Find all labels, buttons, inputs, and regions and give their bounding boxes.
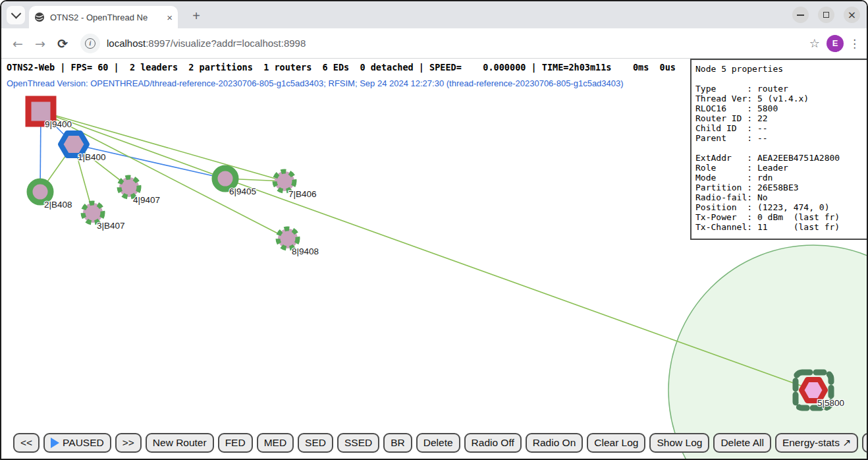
node-label-3: 3|B407 [97, 221, 125, 231]
bottom-toolbar: <<PAUSED>>New RouterFEDMEDSEDSSEDBRDelet… [13, 433, 868, 453]
node-7[interactable] [275, 171, 294, 191]
reload-icon[interactable]: ⟳ [51, 36, 74, 51]
url-host: localhost [107, 38, 146, 49]
toolbar-button-clear-log[interactable]: Clear Log [587, 433, 645, 453]
url-path: :8997/visualize?addr=localhost:8998 [146, 38, 306, 49]
toolbar-button-label: Radio Off [472, 437, 514, 449]
toolbar-button-sed[interactable]: SED [298, 433, 333, 453]
tab-strip: OTNS2 - OpenThread Ne × + × [1, 1, 867, 28]
simulator-canvas: 9|94001|B4002|B4083|B4074|94076|94057|B4… [1, 59, 867, 459]
toolbar-button-label: Clear Log [594, 437, 638, 449]
toolbar-button-[interactable]: << [13, 433, 40, 453]
node-label-6: 6|9405 [229, 187, 256, 196]
toolbar-button-label: Delete [423, 437, 453, 449]
node-3[interactable] [83, 203, 103, 223]
forward-icon[interactable]: → [29, 36, 51, 51]
toolbar-button-label: MED [264, 437, 286, 449]
toolbar-button-med[interactable]: MED [257, 433, 294, 453]
window-controls: × [792, 7, 860, 23]
toolbar-button-show-log[interactable]: Show Log [649, 433, 709, 453]
toolbar-button-label: FED [225, 437, 246, 449]
version-line: OpenThread Version: OPENTHREAD/thread-re… [7, 78, 624, 88]
toolbar-button-label: PAUSED [63, 437, 104, 449]
close-button[interactable]: × [844, 7, 860, 23]
tab-close-icon[interactable]: × [167, 13, 173, 22]
toolbar-button-label: Energy-stats ↗ [782, 437, 851, 449]
globe-favicon-icon [34, 12, 45, 22]
toolbar-button-label: >> [122, 437, 134, 449]
toolbar-button-energy-stats[interactable]: Energy-stats ↗ [775, 433, 858, 453]
toolbar-button-node-stats[interactable]: Node-stats ↗ [862, 433, 868, 453]
new-tab-button[interactable]: + [187, 7, 205, 25]
radio-range-node-5 [668, 245, 868, 460]
info-icon: i [85, 38, 95, 49]
tab-title: OTNS2 - OpenThread Ne [50, 13, 163, 22]
node-properties-panel: Node 5 properties Type : router Thread V… [690, 59, 868, 240]
toolbar-button-radio-on[interactable]: Radio On [526, 433, 583, 453]
status-bar: OTNS2-Web | FPS= 60 | 2 leaders 2 partit… [7, 62, 676, 72]
toolbar-button-label: Delete All [720, 437, 763, 449]
toolbar-button-label: BR [391, 437, 405, 449]
toolbar-button-ssed[interactable]: SSED [337, 433, 379, 453]
toolbar-button-delete-all[interactable]: Delete All [713, 433, 771, 453]
node-label-1: 1|B400 [78, 152, 106, 162]
profile-avatar[interactable]: E [827, 35, 844, 52]
toolbar-button-label: New Router [153, 437, 207, 449]
panel-lines: Type : router Thread Ver: 5 (v1.4.x) RLO… [695, 74, 868, 232]
node-4[interactable] [119, 177, 139, 197]
browser-toolbar: ← → ⟳ i localhost:8997/visualize?addr=lo… [1, 28, 867, 59]
node-label-7: 7|B406 [288, 189, 317, 199]
node-label-2: 2|B408 [44, 200, 72, 210]
node-label-8: 8|9408 [292, 246, 319, 256]
node-label-4: 4|9407 [133, 195, 160, 205]
close-icon: × [848, 10, 856, 20]
maximize-button[interactable] [818, 7, 834, 23]
toolbar-button-br[interactable]: BR [383, 433, 412, 453]
address-bar[interactable]: localhost:8997/visualize?addr=localhost:… [107, 38, 803, 49]
browser-window: OTNS2 - OpenThread Ne × + × ← → ⟳ i loca… [0, 0, 868, 460]
toolbar-button-label: SSED [344, 437, 372, 449]
toolbar-button-paused[interactable]: PAUSED [43, 433, 111, 453]
site-info-button[interactable]: i [80, 34, 100, 53]
toolbar-button-label: Radio On [533, 437, 576, 449]
toolbar-button-radio-off[interactable]: Radio Off [464, 433, 522, 453]
bookmark-star-icon[interactable]: ☆ [809, 36, 820, 50]
minimize-icon [797, 14, 804, 16]
node-label-5: 5|5800 [817, 398, 844, 408]
edge-9-8 [41, 111, 288, 239]
toolbar-button-label: << [20, 437, 32, 449]
maximize-icon [823, 12, 829, 18]
toolbar-button-delete[interactable]: Delete [416, 433, 460, 453]
toolbar-button-label: Show Log [657, 437, 702, 449]
minimize-button[interactable] [792, 7, 809, 23]
node-label-9: 9|9400 [45, 119, 72, 129]
back-icon[interactable]: ← [7, 36, 29, 51]
node-8[interactable] [278, 229, 298, 248]
chevron-down-icon [11, 8, 21, 18]
toolbar-button-fed[interactable]: FED [218, 433, 253, 453]
toolbar-button-new-router[interactable]: New Router [146, 433, 214, 453]
toolbar-button-label: SED [305, 437, 326, 449]
browser-tab[interactable]: OTNS2 - OpenThread Ne × [29, 6, 178, 28]
panel-title: Node 5 properties [695, 64, 868, 74]
menu-kebab-icon[interactable]: ⋮ [849, 37, 860, 50]
tab-search-button[interactable] [7, 6, 25, 24]
toolbar-button-[interactable]: >> [115, 433, 142, 453]
play-icon [51, 438, 59, 448]
